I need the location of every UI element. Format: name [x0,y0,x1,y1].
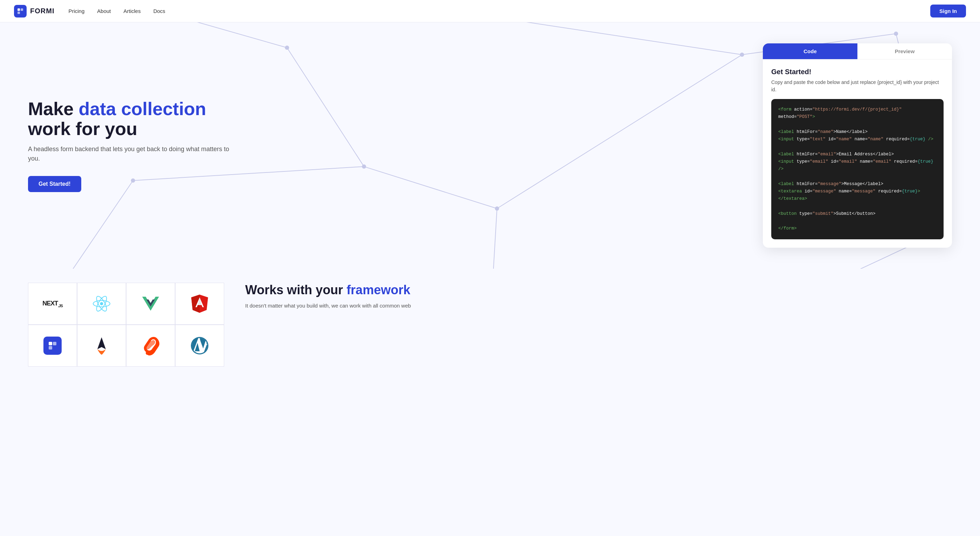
angular-logo [191,294,209,314]
logo[interactable]: FORMI [14,5,54,17]
code-card-desc: Copy and paste the code below and just r… [771,79,943,94]
code-block: <form action="https://formi.dev/f/{proje… [771,99,943,239]
wordpress-logo [190,336,210,355]
code-card-title: Get Started! [771,68,943,76]
code-card-body: Get Started! Copy and paste the code bel… [763,59,952,248]
frameworks-grid-container: NEXT.JS [28,283,224,367]
framework-vue [126,283,175,325]
nav-docs[interactable]: Docs [153,8,165,14]
hero-right: Code Preview Get Started! Copy and paste… [238,43,952,248]
tab-preview[interactable]: Preview [858,43,952,59]
hero-headline: Make data collection work for you [28,99,238,139]
frameworks-row-2 [28,325,224,367]
works-right-text: Works with your framework It doesn't mat… [245,283,952,310]
svelte-logo [142,336,159,355]
code-tabs: Code Preview [763,43,952,59]
svg-point-27 [100,302,103,305]
nav-articles[interactable]: Articles [124,8,141,14]
svg-rect-38 [53,342,56,345]
framework-astro [77,325,126,367]
logo-icon [14,5,27,17]
headline-suffix: work for you [28,119,137,139]
framework-react [77,283,126,325]
hero-left: Make data collection work for you A head… [28,99,238,192]
vue-logo [141,295,161,312]
headline-prefix: Make [28,99,79,119]
navigation: FORMI Pricing About Articles Docs Sign I… [0,0,980,22]
hero-subtitle: A headless form backend that lets you ge… [28,144,238,163]
works-title: Works with your framework [245,283,952,297]
formi-logo [43,336,62,355]
works-section: NEXT.JS [0,269,980,381]
framework-formi [28,325,77,367]
framework-angular [175,283,224,325]
svg-rect-39 [49,346,52,349]
svg-rect-1 [21,8,23,11]
works-title-accent: framework [347,283,410,297]
svg-rect-0 [18,8,20,11]
svg-rect-2 [18,11,20,14]
nav-about[interactable]: About [97,8,111,14]
logo-text: FORMI [30,7,54,15]
framework-svelte [126,325,175,367]
code-card: Code Preview Get Started! Copy and paste… [763,43,952,248]
get-started-button[interactable]: Get Started! [28,176,81,192]
headline-accent: data collection [79,99,206,119]
tab-code[interactable]: Code [763,43,858,59]
nav-links: Pricing About Articles Docs [68,8,930,14]
works-title-text: Works with your [245,283,347,297]
astro-logo [93,336,110,355]
framework-wordpress [175,325,224,367]
hero-section: Make data collection work for you A head… [0,22,980,269]
works-desc: It doesn't matter what you build with, w… [245,301,952,310]
framework-nextjs: NEXT.JS [28,283,77,325]
react-logo [92,294,111,314]
frameworks-row-1: NEXT.JS [28,283,224,325]
svg-line-19 [67,181,133,269]
svg-rect-37 [49,342,52,345]
nav-pricing[interactable]: Pricing [68,8,84,14]
signin-button[interactable]: Sign In [930,5,966,17]
nextjs-logo: NEXT.JS [42,300,63,308]
